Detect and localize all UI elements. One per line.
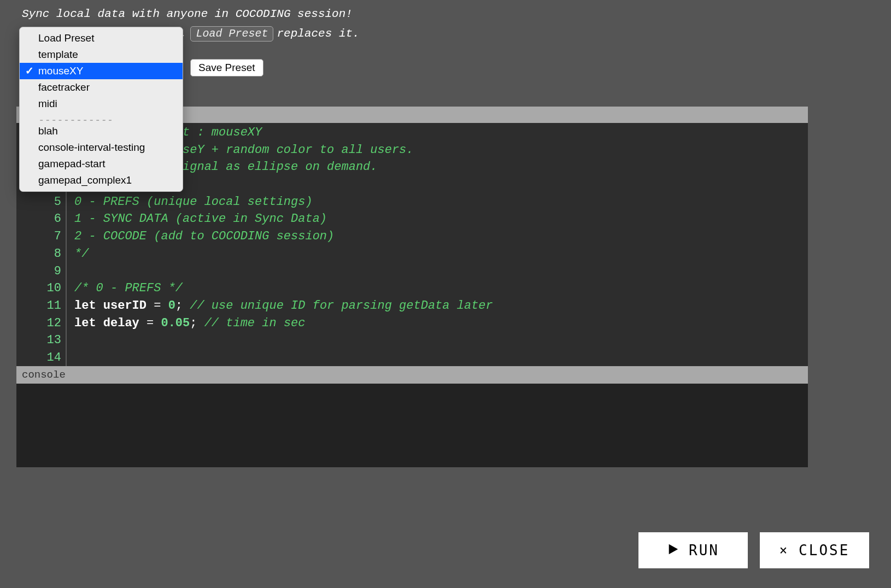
code-line[interactable]: 1 - SYNC DATA (active in Sync Data): [74, 210, 808, 228]
dropdown-item[interactable]: Load Preset: [20, 30, 183, 46]
inline-load-preset-hint: Load Preset: [190, 26, 273, 42]
code-line[interactable]: let delay = 0.05; // time in sec: [74, 315, 808, 332]
line-number: 9: [16, 263, 61, 280]
dropdown-item[interactable]: blah: [20, 123, 183, 139]
dropdown-separator: ------------: [38, 114, 177, 121]
code-line[interactable]: [74, 263, 808, 280]
code-line[interactable]: [74, 349, 808, 366]
console-bar: console: [16, 366, 808, 384]
save-preset-button[interactable]: Save Preset: [190, 59, 263, 77]
run-button[interactable]: RUN: [638, 532, 748, 568]
code-line[interactable]: let userID = 0; // use unique ID for par…: [74, 297, 808, 315]
line-number: 11: [16, 297, 61, 315]
code-line[interactable]: Draw received signal as ellipse on deman…: [74, 158, 808, 176]
dropdown-item[interactable]: facetracker: [20, 79, 183, 96]
dropdown-item[interactable]: template: [20, 46, 183, 63]
code-line[interactable]: Send mouseX/mouseY + random color to all…: [74, 142, 808, 159]
close-button[interactable]: × CLOSE: [760, 532, 869, 568]
line-number: 8: [16, 245, 61, 263]
svg-marker-0: [669, 544, 678, 554]
bottom-actions: RUN × CLOSE: [638, 532, 869, 568]
code-line[interactable]: 0 - PREFS (unique local settings): [74, 193, 808, 211]
dropdown-item[interactable]: gamepad_complex1: [20, 172, 183, 189]
editor-scrollbar[interactable]: [808, 107, 816, 467]
line-number: 6: [16, 210, 61, 228]
line-number: 10: [16, 280, 61, 297]
code-line[interactable]: /* 0 - PREFS */: [74, 280, 808, 297]
dropdown-item[interactable]: gamepad-start: [20, 156, 183, 172]
console-output[interactable]: [16, 384, 808, 467]
line-number: 13: [16, 332, 61, 349]
code-line[interactable]: [74, 176, 808, 193]
intro-line1: Sync local data with anyone in COCODING …: [22, 4, 360, 24]
dropdown-item[interactable]: mouseXY: [20, 63, 183, 79]
preset-dropdown[interactable]: Load PresettemplatemouseXYfacetrackermid…: [19, 27, 183, 192]
app-root: { "intro": { "line1": "Sync local data w…: [0, 0, 891, 588]
line-number: 7: [16, 228, 61, 245]
play-icon: [667, 542, 679, 558]
console-label: console: [22, 369, 66, 381]
dropdown-item[interactable]: console-interval-testing: [20, 139, 183, 156]
code-line[interactable]: 2 - COCODE (add to COCODING session): [74, 228, 808, 245]
code-line[interactable]: [74, 332, 808, 349]
line-number: 14: [16, 349, 61, 366]
code-line[interactable]: */: [74, 245, 808, 263]
close-icon: ×: [779, 543, 789, 558]
dropdown-item[interactable]: midi: [20, 96, 183, 112]
line-number: 12: [16, 315, 61, 332]
code-line[interactable]: /* Sync - Preset : mouseXY: [74, 124, 808, 142]
line-number: 5: [16, 193, 61, 211]
